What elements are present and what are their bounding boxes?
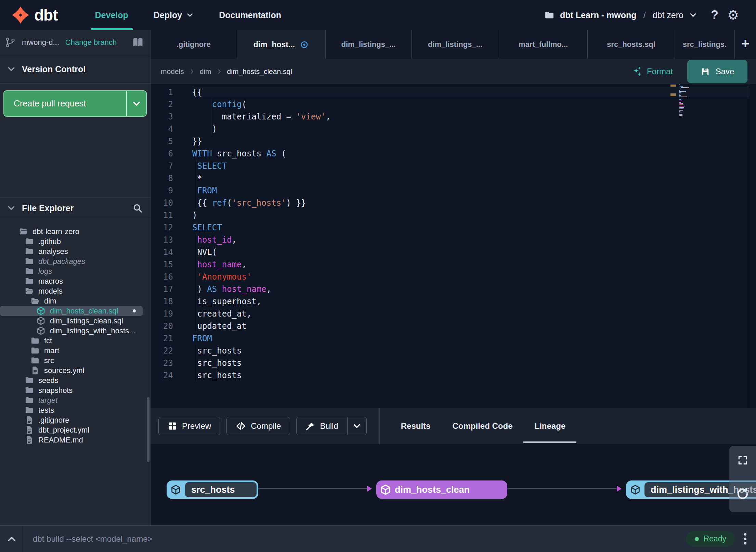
docs-book-icon[interactable]	[132, 36, 144, 49]
tab-gitignore[interactable]: .gitignore	[151, 30, 237, 59]
tree-item-seeds[interactable]: seeds	[0, 375, 150, 385]
tab-src-listings[interactable]: src_listings.	[675, 30, 735, 59]
preview-button[interactable]: Preview	[158, 417, 220, 435]
build-dropdown[interactable]	[347, 417, 366, 435]
tree-item-macros[interactable]: macros	[0, 276, 150, 286]
indent-guide	[196, 197, 196, 209]
indent-guide	[196, 258, 196, 271]
tab-dim-listings[interactable]: dim_listings_...	[326, 30, 412, 59]
lineage-node-dim-hosts-clean[interactable]: dim_hosts_clean	[376, 480, 507, 499]
file-explorer-header[interactable]: File Explorer	[0, 197, 150, 219]
code-line-17: 17 ) AS host_name,	[192, 283, 749, 295]
change-branch-link[interactable]: Change branch	[65, 38, 117, 47]
tree-item-tests[interactable]: tests	[0, 405, 150, 415]
minimap[interactable]	[679, 85, 699, 116]
tree-item-logs[interactable]: logs	[0, 266, 150, 276]
code-icon	[236, 421, 246, 431]
tree-item-src[interactable]: src	[0, 356, 150, 365]
code-line-5: 5}}	[192, 135, 749, 147]
indent-guide	[196, 172, 196, 184]
tree-item-analyses[interactable]: analyses	[0, 246, 150, 256]
search-icon[interactable]	[132, 203, 143, 213]
line-number: 9	[151, 184, 173, 197]
folder-icon	[25, 386, 34, 395]
tree-item-dbt-packages[interactable]: dbt_packages	[0, 256, 150, 266]
tab-dim-listings[interactable]: dim_listings_...	[412, 30, 499, 59]
fullscreen-icon[interactable]	[737, 455, 748, 466]
lineage-canvas[interactable]: src_hosts dim_hosts_clean dim_listings_w…	[151, 444, 756, 525]
tree-item-sources-yml[interactable]: sources.yml	[0, 365, 150, 375]
tab-dim-host[interactable]: dim_host...	[237, 30, 326, 59]
nav-documentation[interactable]: Documentation	[206, 0, 294, 30]
hammer-icon	[305, 421, 315, 431]
format-button[interactable]: Format	[632, 66, 673, 77]
tree-item-label: snapshots	[38, 386, 73, 395]
save-button[interactable]: Save	[687, 60, 747, 83]
tab-label: src_listings.	[683, 40, 727, 49]
project-switcher[interactable]: dbt Learn - mwong / dbt zero	[544, 10, 697, 20]
breadcrumb-models[interactable]: models	[161, 67, 184, 76]
breadcrumb-file: dim_hosts_clean.sql	[227, 67, 292, 76]
nav-develop[interactable]: Develop	[82, 0, 141, 30]
folder-icon	[30, 346, 40, 355]
dbt-logo[interactable]: dbt	[0, 0, 58, 30]
editor-scrollbar[interactable]	[749, 84, 749, 408]
dbt-logo-text: dbt	[34, 6, 58, 24]
tab-mart-fullmo[interactable]: mart_fullmo...	[499, 30, 588, 59]
tab-lineage[interactable]: Lineage	[534, 408, 565, 444]
tab-compiled-code[interactable]: Compiled Code	[452, 408, 512, 444]
dbt-logo-icon	[12, 6, 29, 24]
code-line-10: 10 {{ ref('src_hosts') }}	[192, 197, 749, 209]
build-button[interactable]: Build	[296, 417, 366, 435]
tab-bar: .gitignoredim_host...dim_listings_...dim…	[151, 30, 756, 59]
line-number: 23	[151, 357, 173, 369]
tab-label: dim_host...	[253, 40, 295, 49]
line-number: 1	[151, 86, 173, 99]
sidebar-scrollbar[interactable]	[147, 397, 149, 462]
tree-item-label: logs	[38, 267, 52, 276]
tree-item-dim-hosts-clean-sql[interactable]: dim_hosts_clean.sql	[0, 306, 143, 316]
tree-item-dbt-project-yml[interactable]: dbt_project.yml	[0, 425, 150, 435]
new-tab-button[interactable]: +	[735, 30, 756, 59]
tree-item-gitignore[interactable]: .gitignore	[0, 415, 150, 425]
tree-item-github[interactable]: .github	[0, 236, 150, 246]
tree-item-dim-listings-with-hosts[interactable]: dim_listings_with_hosts...	[0, 326, 150, 336]
nav-deploy[interactable]: Deploy	[141, 0, 206, 30]
code-editor[interactable]: 1{{2 config(3 materialized = 'view',4 )5…	[151, 84, 756, 408]
line-number: 17	[151, 283, 173, 295]
tree-item-dim-listings-clean-sql[interactable]: dim_listings_clean.sql	[0, 316, 150, 326]
chevron-up-icon	[6, 534, 17, 544]
tree-item-target[interactable]: target	[0, 395, 150, 405]
tree-item-fct[interactable]: fct	[0, 336, 150, 346]
tab-results[interactable]: Results	[401, 408, 431, 444]
folder-icon	[30, 356, 40, 365]
tree-item-models[interactable]: models	[0, 286, 150, 296]
tab-src-hosts-sql[interactable]: src_hosts.sql	[588, 30, 675, 59]
settings-gear-icon[interactable]: ⚙	[727, 8, 739, 23]
kebab-menu-icon[interactable]	[743, 532, 748, 546]
breadcrumb-dim[interactable]: dim	[200, 67, 211, 76]
folder-open-icon	[25, 286, 34, 296]
line-number: 22	[151, 345, 173, 357]
tree-item-readme-md[interactable]: README.md	[0, 435, 150, 445]
lineage-node-src-hosts[interactable]: src_hosts	[167, 480, 258, 499]
compile-button[interactable]: Compile	[226, 417, 290, 435]
version-control-header[interactable]: Version Control	[0, 55, 150, 84]
tree-item-snapshots[interactable]: snapshots	[0, 385, 150, 395]
tree-item-dim[interactable]: dim	[0, 296, 150, 306]
tab-label: src_hosts.sql	[607, 40, 655, 49]
code-line-18: 18 is_superhost,	[192, 295, 749, 308]
tree-item-mart[interactable]: mart	[0, 346, 150, 356]
folder-icon	[25, 247, 34, 256]
model-cube-icon	[626, 484, 644, 495]
tree-item-label: analyses	[38, 247, 68, 256]
command-input[interactable]: dbt build --select <model_name>	[33, 534, 686, 544]
create-pull-request-dropdown[interactable]	[126, 91, 146, 116]
create-pull-request-button[interactable]: Create pull request	[3, 90, 147, 117]
tree-item-label: seeds	[38, 376, 58, 385]
tree-item-dbt-learn-zero[interactable]: dbt-learn-zero	[0, 227, 150, 236]
model-cube-icon	[36, 326, 45, 335]
help-icon[interactable]: ?	[711, 8, 718, 22]
panel-toggle-button[interactable]	[0, 526, 23, 552]
refresh-icon[interactable]	[736, 487, 750, 501]
